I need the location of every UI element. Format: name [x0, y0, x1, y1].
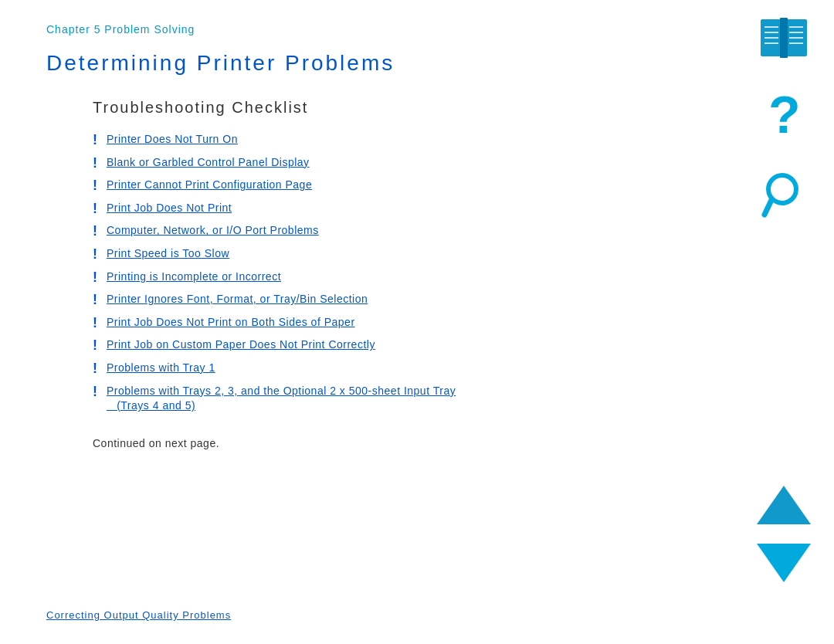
- bottom-arrows: [757, 486, 811, 582]
- checklist-link-10[interactable]: Print Job on Custom Paper Does Not Print…: [107, 337, 375, 353]
- list-item: ! Print Speed is Too Slow: [93, 246, 788, 263]
- bullet-icon: !: [93, 315, 97, 332]
- checklist-link-3[interactable]: Printer Cannot Print Configuration Page: [107, 178, 312, 193]
- list-item: ! Printing is Incomplete or Incorrect: [93, 269, 788, 286]
- chapter-label: Chapter 5 Problem Solving: [46, 23, 195, 36]
- svg-rect-2: [780, 18, 788, 58]
- magnify-icon[interactable]: [761, 172, 807, 229]
- checklist-link-4[interactable]: Print Job Does Not Print: [107, 201, 232, 216]
- question-mark-icon[interactable]: ?: [764, 88, 803, 149]
- list-item: ! Blank or Garbled Control Panel Display: [93, 155, 788, 172]
- list-item: ! Printer Does Not Turn On: [93, 132, 788, 149]
- bullet-icon: !: [93, 292, 97, 309]
- arrow-up-icon[interactable]: [757, 486, 811, 524]
- list-item: ! Problems with Tray 1: [93, 361, 788, 378]
- bullet-icon: !: [93, 361, 97, 378]
- header-row: Chapter 5 Problem Solving 262: [46, 23, 788, 36]
- page-title: Determining Printer Problems: [46, 51, 788, 76]
- checklist-link-2[interactable]: Blank or Garbled Control Panel Display: [107, 155, 310, 171]
- book-icon[interactable]: [757, 15, 811, 65]
- checklist-link-8[interactable]: Printer Ignores Font, Format, or Tray/Bi…: [107, 292, 368, 307]
- list-item: ! Printer Cannot Print Configuration Pag…: [93, 178, 788, 195]
- checklist-link-9[interactable]: Print Job Does Not Print on Both Sides o…: [107, 315, 355, 330]
- list-item: ! Printer Ignores Font, Format, or Tray/…: [93, 292, 788, 309]
- checklist-link-1[interactable]: Printer Does Not Turn On: [107, 132, 238, 147]
- list-item: ! Print Job Does Not Print: [93, 201, 788, 218]
- page-container: Chapter 5 Problem Solving 262 Determinin…: [0, 0, 834, 644]
- list-item: ! Print Job on Custom Paper Does Not Pri…: [93, 337, 788, 354]
- bullet-icon: !: [93, 246, 97, 263]
- svg-text:?: ?: [768, 88, 801, 144]
- bullet-icon: !: [93, 223, 97, 240]
- bullet-icon: !: [93, 132, 97, 149]
- footer-link[interactable]: Correcting Output Quality Problems: [46, 609, 231, 621]
- bullet-icon: !: [93, 269, 97, 286]
- sidebar-icons: ?: [757, 15, 811, 229]
- svg-line-13: [764, 200, 771, 215]
- list-item: ! Problems with Trays 2, 3, and the Opti…: [93, 384, 788, 414]
- continued-text: Continued on next page.: [93, 437, 788, 449]
- section-heading: Troubleshooting Checklist: [93, 99, 788, 117]
- bullet-icon: !: [93, 178, 97, 195]
- bullet-icon: !: [93, 155, 97, 172]
- list-item: ! Computer, Network, or I/O Port Problem…: [93, 223, 788, 240]
- checklist-link-7[interactable]: Printing is Incomplete or Incorrect: [107, 269, 281, 285]
- checklist-link-12[interactable]: Problems with Trays 2, 3, and the Option…: [107, 384, 456, 414]
- checklist-link-11[interactable]: Problems with Tray 1: [107, 361, 215, 376]
- arrow-down-icon[interactable]: [757, 544, 811, 582]
- checklist-link-5[interactable]: Computer, Network, or I/O Port Problems: [107, 223, 319, 239]
- bullet-icon: !: [93, 201, 97, 218]
- list-item: ! Print Job Does Not Print on Both Sides…: [93, 315, 788, 332]
- checklist: ! Printer Does Not Turn On ! Blank or Ga…: [93, 132, 788, 414]
- checklist-link-6[interactable]: Print Speed is Too Slow: [107, 246, 229, 262]
- bullet-icon: !: [93, 337, 97, 354]
- bullet-icon: !: [93, 384, 97, 401]
